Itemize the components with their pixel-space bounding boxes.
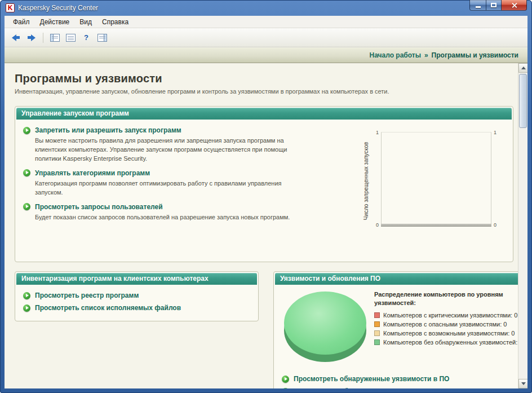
title-bar: K Kaspersky Security Center	[0, 0, 532, 16]
menu-bar: Файл Действие Вид Справка	[5, 16, 527, 28]
content-area: Программы и уязвимости Инвентаризация, у…	[5, 63, 527, 388]
link-arrow-icon	[23, 203, 30, 210]
link-arrow-icon	[23, 304, 30, 312]
scrollbar-thumb[interactable]	[519, 74, 527, 128]
window-controls	[469, 0, 527, 11]
section-inventory: Инвентаризация программ на клиентских ко…	[15, 271, 259, 321]
legend-item-critical: Компьютеров с критическими уязвимостями:…	[374, 312, 518, 319]
menu-view[interactable]: Вид	[74, 16, 97, 28]
legend-swatch-none-icon	[374, 339, 380, 345]
link-arrow-icon	[23, 292, 30, 299]
pie-slice-no-vulnerabilities	[284, 292, 366, 355]
legend-swatch-dangerous-icon	[374, 321, 380, 327]
scroll-up-icon	[521, 67, 526, 69]
forward-button[interactable]	[25, 31, 38, 45]
console-tree-button[interactable]	[48, 31, 61, 45]
section-launch-control-body: Запретить или разрешить запуск программ …	[16, 120, 512, 260]
section-inventory-body: Просмотреть реестр программ Просмотреть …	[16, 285, 257, 320]
link-view-app-registry[interactable]: Просмотреть реестр программ	[23, 292, 139, 299]
maximize-button[interactable]	[486, 0, 502, 11]
window-title: Kaspersky Security Center	[18, 4, 98, 12]
link-allow-deny-launch[interactable]: Запретить или разрешить запуск программ	[23, 126, 181, 134]
scroll-down-icon	[521, 382, 526, 385]
vertical-scrollbar[interactable]	[518, 63, 527, 388]
menu-action[interactable]: Действие	[35, 16, 75, 28]
link-arrow-icon	[23, 127, 30, 134]
chart-y-axis-label: Число запрещенных запусков	[363, 142, 369, 220]
legend-item-dangerous: Компьютеров с опасными уязвимостями: 0	[374, 321, 518, 328]
section-vulnerabilities-header: Уязвимости и обновления ПО	[275, 273, 518, 285]
pie-chart-legend: Распределение компьютеров по уровням уяз…	[371, 288, 518, 366]
chart-tick-bottom-left: 0	[376, 222, 379, 228]
action-pane-icon	[97, 34, 107, 42]
chart-x-axis	[381, 224, 491, 227]
section-vulnerabilities: Уязвимости и обновления ПО Распределение…	[273, 271, 518, 388]
scrollbar-down-button[interactable]	[518, 379, 527, 388]
breadcrumb-link-getting-started[interactable]: Начало работы	[370, 51, 421, 59]
chart-tick-bottom-right: 0	[494, 222, 496, 228]
blocked-launches-chart: Число запрещенных запусков 1 1 0 0	[362, 129, 502, 233]
legend-item-none: Компьютеров без обнаруженных уязвимостей…	[374, 339, 518, 346]
vulnerability-links: Просмотреть обнаруженные уязвимости в ПО…	[275, 372, 518, 388]
vulnerability-pie-chart	[283, 292, 369, 366]
menu-file[interactable]: Файл	[8, 16, 35, 28]
legend-swatch-critical-icon	[374, 312, 380, 318]
link-arrow-icon	[282, 388, 289, 389]
task-description: Вы можете настроить правила для разрешен…	[35, 136, 294, 164]
help-icon: ?	[84, 33, 88, 42]
chart-tick-top-right: 1	[494, 130, 496, 135]
back-arrow-icon	[12, 34, 20, 41]
breadcrumb-current: Программы и уязвимости	[432, 51, 518, 59]
breadcrumb-separator: »	[424, 51, 428, 59]
link-manage-categories[interactable]: Управлять категориями программ	[23, 169, 150, 177]
action-pane-button[interactable]	[95, 31, 109, 45]
section-inventory-header: Инвентаризация программ на клиентских ко…	[16, 273, 257, 285]
link-view-windows-updates[interactable]: Просмотреть обновления Windows Update	[282, 387, 437, 388]
chart-tick-top-left: 1	[376, 130, 379, 135]
toolbar: ?	[5, 28, 527, 47]
maximize-icon	[491, 3, 496, 7]
minimize-icon	[476, 6, 481, 8]
toolbar-separator	[43, 33, 43, 43]
legend-title: Распределение компьютеров по уровням уяз…	[374, 290, 515, 307]
back-button[interactable]	[9, 31, 23, 45]
minimize-button[interactable]	[469, 0, 486, 11]
export-list-icon	[66, 34, 76, 42]
scrollbar-up-button[interactable]	[518, 63, 527, 73]
pie-chart-row: Распределение компьютеров по уровням уяз…	[281, 288, 518, 366]
kaspersky-logo-icon: K	[6, 3, 15, 12]
legend-swatch-possible-icon	[374, 330, 380, 336]
link-arrow-icon	[282, 376, 289, 383]
bottom-sections-row: Инвентаризация программ на клиентских ко…	[15, 271, 513, 388]
export-list-button[interactable]	[64, 31, 77, 45]
menu-help[interactable]: Справка	[97, 16, 134, 28]
close-button[interactable]	[502, 0, 527, 11]
link-arrow-icon	[23, 169, 30, 176]
scroll-viewport: Программы и уязвимости Инвентаризация, у…	[5, 63, 518, 388]
breadcrumb: Начало работы » Программы и уязвимости	[5, 47, 527, 63]
section-launch-control: Управление запуском программ Запретить и…	[15, 106, 513, 262]
help-button[interactable]: ?	[79, 31, 93, 45]
link-view-vulnerabilities[interactable]: Просмотреть обнаруженные уязвимости в ПО	[282, 375, 449, 383]
page-title: Программы и уязвимости	[15, 72, 513, 85]
legend-item-possible: Компьютеров с возможными уязвимостями: 0	[374, 330, 518, 337]
kaspersky-logo-letter: K	[8, 5, 13, 11]
page-subtitle: Инвентаризация, управление запуском, обн…	[15, 88, 513, 95]
forward-arrow-icon	[28, 34, 36, 41]
link-view-executable-files[interactable]: Просмотреть список исполняемых файлов	[23, 304, 181, 312]
app-window: K Kaspersky Security Center Файл Действи…	[0, 0, 532, 393]
link-view-user-requests[interactable]: Просмотреть запросы пользователей	[23, 203, 163, 211]
section-vulnerabilities-body: Распределение компьютеров по уровням уяз…	[275, 285, 518, 372]
task-description: Категоризация программ позволяет оптимиз…	[35, 179, 294, 197]
console-tree-icon	[50, 34, 60, 42]
section-launch-control-header: Управление запуском программ	[16, 108, 512, 120]
chart-plot-area: 1 1 0 0	[381, 132, 491, 227]
close-icon	[511, 2, 517, 8]
task-description: Будет показан список запросов пользовате…	[35, 213, 294, 222]
